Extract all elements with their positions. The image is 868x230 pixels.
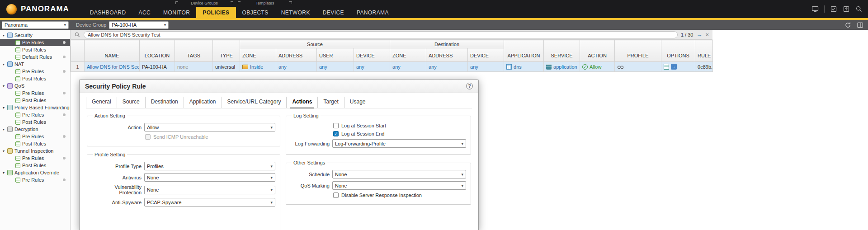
- tree-item[interactable]: QoS: [0, 82, 70, 89]
- find-close-icon[interactable]: [705, 31, 709, 38]
- col-src-address[interactable]: ADDRESS: [276, 48, 317, 62]
- dialog-tab[interactable]: Application: [184, 97, 222, 108]
- caret-down-icon[interactable]: [3, 149, 7, 153]
- search-icon[interactable]: [855, 5, 863, 13]
- tree-item[interactable]: Post Rules: [0, 140, 70, 147]
- tree-item[interactable]: Post Rules: [0, 162, 70, 169]
- tree-item[interactable]: Post Rules: [0, 118, 70, 126]
- dst-device-value[interactable]: any: [470, 64, 478, 70]
- dialog-tab[interactable]: Destination: [145, 97, 184, 108]
- field-select[interactable]: None: [144, 186, 275, 194]
- col-profile[interactable]: PROFILE: [615, 40, 661, 62]
- tree-item[interactable]: Pre Rules: [0, 155, 70, 162]
- tree-item[interactable]: Post Rules: [0, 75, 70, 82]
- field-select[interactable]: None: [332, 181, 466, 190]
- dialog-tab[interactable]: Source: [117, 97, 145, 108]
- tree-item[interactable]: Decryption: [0, 126, 70, 133]
- tree-item[interactable]: Post Rules: [0, 46, 70, 53]
- tree-item[interactable]: NAT: [0, 61, 70, 68]
- log-session-start-checkbox[interactable]: [333, 123, 339, 128]
- col-rule[interactable]: RULE: [695, 40, 713, 62]
- nav-tab[interactable]: ACC: [132, 7, 157, 18]
- console-icon[interactable]: [811, 5, 819, 13]
- col-service[interactable]: SERVICE: [544, 40, 580, 62]
- log-forward-icon[interactable]: [671, 64, 677, 70]
- context-select[interactable]: Panorama: [2, 21, 69, 29]
- preview-pane-icon[interactable]: [857, 22, 863, 28]
- field-select[interactable]: None: [144, 173, 275, 182]
- col-action[interactable]: ACTION: [580, 40, 615, 62]
- caret-down-icon[interactable]: [3, 84, 7, 88]
- tree-item[interactable]: Pre Rules: [0, 68, 70, 75]
- col-dst-device[interactable]: DEVICE: [468, 48, 504, 62]
- dialog-tab[interactable]: Actions: [286, 97, 317, 108]
- find-input[interactable]: [84, 31, 678, 38]
- refresh-icon[interactable]: [844, 22, 851, 28]
- log-forwarding-select[interactable]: Log-Forwarding-Profile: [332, 139, 466, 148]
- col-tags[interactable]: TAGS: [175, 40, 213, 62]
- dst-address-value[interactable]: any: [429, 64, 437, 70]
- col-src-device[interactable]: DEVICE: [354, 48, 390, 62]
- field-select[interactable]: None: [332, 170, 466, 178]
- col-options[interactable]: OPTIONS: [661, 40, 695, 62]
- tree-item[interactable]: Pre Rules: [0, 111, 70, 118]
- dialog-tab[interactable]: Service/URL Category: [222, 97, 287, 108]
- col-dst-address[interactable]: ADDRESS: [426, 48, 468, 62]
- caret-down-icon[interactable]: [3, 171, 7, 175]
- col-application[interactable]: APPLICATION: [504, 40, 544, 62]
- help-icon[interactable]: [466, 83, 473, 89]
- panorama-logo[interactable]: PANORAMA: [0, 0, 77, 18]
- col-src-user[interactable]: USER: [317, 48, 354, 62]
- send-icmp-checkbox[interactable]: [145, 134, 151, 140]
- nav-tab[interactable]: NETWORK: [275, 7, 316, 18]
- commit-icon[interactable]: [843, 5, 850, 13]
- save-config-icon[interactable]: [830, 5, 837, 13]
- col-src-zone[interactable]: ZONE: [240, 48, 276, 62]
- log-session-end-checkbox[interactable]: [333, 131, 339, 136]
- rule-name-link[interactable]: Allow DNS for DNS Securit...: [87, 64, 140, 70]
- device-group-select[interactable]: PA-100-HA: [109, 21, 169, 29]
- tree-item[interactable]: Pre Rules: [0, 176, 70, 183]
- profile-group-icon[interactable]: [617, 64, 659, 70]
- application-link[interactable]: dns: [514, 64, 522, 70]
- col-dst-zone[interactable]: ZONE: [390, 48, 426, 62]
- tree-item[interactable]: Default Rules: [0, 53, 70, 61]
- find-next-icon[interactable]: [696, 31, 702, 38]
- nav-tab[interactable]: OBJECTS: [236, 7, 275, 18]
- caret-down-icon[interactable]: [3, 127, 7, 131]
- service-link[interactable]: application-...: [553, 64, 577, 70]
- src-address-value[interactable]: any: [278, 64, 287, 70]
- nav-tab[interactable]: MONITOR: [157, 7, 196, 18]
- nav-tab[interactable]: DEVICE: [316, 7, 350, 18]
- field-select[interactable]: Profiles: [144, 162, 275, 170]
- tree-item[interactable]: Tunnel Inspection: [0, 147, 70, 155]
- nav-tab[interactable]: DASHBOARD: [84, 7, 132, 18]
- caret-down-icon[interactable]: [3, 106, 7, 110]
- log-option-icon[interactable]: [664, 64, 669, 70]
- nav-tab[interactable]: POLICIES: [196, 7, 236, 18]
- col-type[interactable]: TYPE: [213, 40, 240, 62]
- tree-item[interactable]: Pre Rules: [0, 133, 70, 140]
- tree-item[interactable]: Policy Based Forwarding: [0, 104, 70, 111]
- src-user-value[interactable]: any: [319, 64, 327, 70]
- col-name[interactable]: NAME: [85, 40, 140, 62]
- field-select[interactable]: PCAP-Spyware: [144, 198, 275, 207]
- dialog-tab[interactable]: General: [86, 97, 117, 108]
- src-device-value[interactable]: any: [356, 64, 364, 70]
- disable-sri-checkbox[interactable]: [333, 192, 339, 198]
- tree-item[interactable]: Application Override: [0, 169, 70, 176]
- src-zone-link[interactable]: Inside: [250, 64, 263, 70]
- tree-item[interactable]: Security: [0, 32, 70, 39]
- caret-down-icon[interactable]: [3, 33, 7, 38]
- dialog-tab[interactable]: Target: [317, 97, 344, 108]
- col-location[interactable]: LOCATION: [140, 40, 175, 62]
- dialog-tab[interactable]: Usage: [344, 97, 371, 108]
- dst-zone-value[interactable]: any: [392, 64, 401, 70]
- tree-item[interactable]: Pre Rules: [0, 39, 70, 46]
- action-select[interactable]: Allow: [144, 123, 275, 131]
- nav-tab[interactable]: PANORAMA: [350, 7, 395, 18]
- caret-down-icon[interactable]: [3, 62, 7, 66]
- tree-item[interactable]: Pre Rules: [0, 89, 70, 97]
- rule-row[interactable]: 1 Allow DNS for DNS Securit... PA-100-HA…: [71, 62, 713, 72]
- tree-item[interactable]: Post Rules: [0, 97, 70, 104]
